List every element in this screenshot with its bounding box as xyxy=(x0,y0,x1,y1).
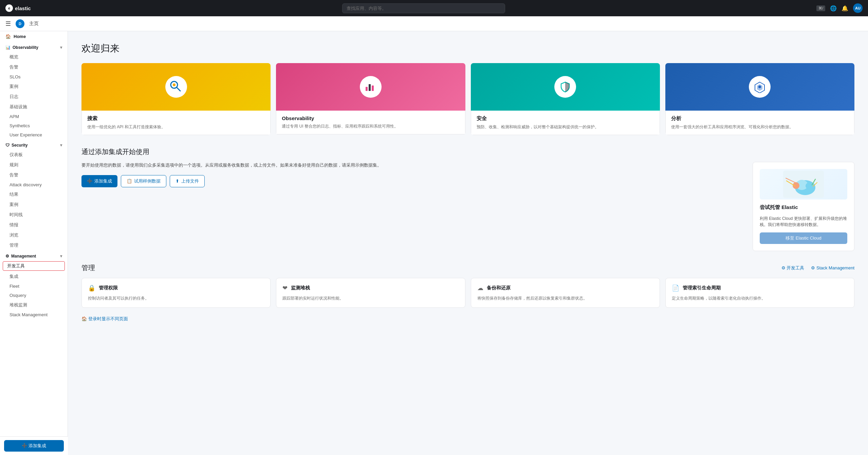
sidebar-item-slos[interactable]: SLOs xyxy=(0,72,68,81)
migrate-button[interactable]: 移至 Elastic Cloud xyxy=(760,232,847,244)
upload-file-button[interactable]: ⬆ 上传文件 xyxy=(170,175,205,187)
search-card-title: 搜索 xyxy=(87,115,265,122)
svg-rect-4 xyxy=(369,84,371,91)
user-avatar[interactable]: AU xyxy=(853,3,863,13)
sidebar-section-management[interactable]: ⚙ Management ▾ xyxy=(0,250,68,261)
sidebar-item-apm[interactable]: APM xyxy=(0,112,68,121)
sidebar-item-home[interactable]: 🏠 Home xyxy=(0,31,68,42)
analytics-card-body: 分析 使用一套强大的分析工具和应用程序浏览、可视化和分析您的数据。 xyxy=(665,111,854,135)
get-started-desc: 要开始使用您的数据，请使用我们众多采集选项中的一个选项。从应用或服务收集数据，或… xyxy=(81,162,746,169)
management-cards: 🔒 管理权限 控制访问者及其可以执行的任务。 ❤ 监测堆栈 跟踪部署的实时运行状… xyxy=(81,278,854,308)
breadcrumb-text: 主页 xyxy=(29,21,39,27)
sample-data-button[interactable]: 📋 试用样例数据 xyxy=(121,175,166,187)
nav-right: ⌘/ 🌐 🔔 AU xyxy=(816,3,863,13)
card-search[interactable]: 搜索 使用一组优化的 API 和工具打造搜索体验。 xyxy=(81,63,271,135)
cloud-card-title: 尝试托管 Elastic xyxy=(760,204,847,211)
sidebar-section-observability[interactable]: 📊 Observability ▾ xyxy=(0,42,68,52)
sidebar-item-overview[interactable]: 概览 xyxy=(0,52,68,62)
security-label: Security xyxy=(12,143,27,148)
hamburger-icon[interactable]: ☰ xyxy=(5,20,11,27)
card-security[interactable]: 安全 预防、收集、检测和响应威胁，以对整个基础架构提供统一的保护。 xyxy=(471,63,660,135)
mgmt-card-lifecycle[interactable]: 📄 管理索引生命周期 定义生命周期策略，以随着索引老化自动执行操作。 xyxy=(665,278,854,308)
mgmt-lifecycle-header: 📄 管理索引生命周期 xyxy=(672,284,848,292)
analytics-card-title: 分析 xyxy=(671,115,849,122)
management-section-title: 管理 xyxy=(81,263,95,272)
search-container xyxy=(342,3,505,13)
elastic-logo[interactable]: e elastic xyxy=(5,4,31,12)
sidebar-item-infrastructure[interactable]: 基础设施 xyxy=(0,102,68,112)
sidebar-item-stack-monitoring[interactable]: 堆栈监测 xyxy=(0,300,68,310)
get-started-title: 通过添加集成开始使用 xyxy=(81,147,854,156)
sidebar-item-synthetics[interactable]: Synthetics xyxy=(0,121,68,130)
main-content: 欢迎归来 搜索 使用一组优化的 API 和工具打造搜索体验。 xyxy=(68,31,868,455)
management-label: Management xyxy=(11,254,36,259)
search-input[interactable] xyxy=(342,3,505,13)
svg-point-8 xyxy=(758,86,761,88)
sidebar-item-logs[interactable]: 日志 xyxy=(0,92,68,102)
sidebar-item-cases-obs[interactable]: 案例 xyxy=(0,81,68,92)
management-header: 管理 ⚙ 开发工具 ⚙ Stack Management xyxy=(81,263,854,272)
obs-card-icon xyxy=(360,76,382,98)
card-analytics[interactable]: 分析 使用一套强大的分析工具和应用程序浏览、可视化和分析您的数据。 xyxy=(665,63,854,135)
sidebar-item-timeline[interactable]: 时间线 xyxy=(0,210,68,220)
home-label: Home xyxy=(14,34,26,39)
footer-link[interactable]: 🏠 登录时显示不同页面 xyxy=(81,316,854,322)
breadcrumb-bar: ☰ D 主页 xyxy=(0,16,868,31)
sidebar-item-devtools[interactable]: 开发工具 xyxy=(3,261,65,271)
management-links: ⚙ 开发工具 ⚙ Stack Management xyxy=(781,265,854,271)
analytics-card-icon xyxy=(749,76,771,98)
sidebar-item-manage[interactable]: 管理 xyxy=(0,240,68,250)
sidebar-item-findings[interactable]: 结果 xyxy=(0,189,68,200)
sidebar-item-integrations[interactable]: 集成 xyxy=(0,271,68,282)
sidebar-item-stack-management[interactable]: Stack Management xyxy=(0,310,68,319)
stack-management-link[interactable]: ⚙ Stack Management xyxy=(811,265,854,271)
mgmt-card-monitoring[interactable]: ❤ 监测堆栈 跟踪部署的实时运行状况和性能。 xyxy=(276,278,465,308)
sidebar-item-dashboard[interactable]: 仪表板 xyxy=(0,150,68,160)
shortcut-badge: ⌘/ xyxy=(816,5,825,11)
cloud-card-desc: 利用 Elastic Cloud 更快部署、扩展和升级您的堆栈。我们将帮助您快速… xyxy=(760,215,847,228)
sidebar-item-osquery[interactable]: Osquery xyxy=(0,291,68,300)
nav-left: e elastic xyxy=(5,4,31,12)
add-integration-cta[interactable]: ➕ 添加集成 xyxy=(81,175,117,187)
mgmt-card-permissions[interactable]: 🔒 管理权限 控制访问者及其可以执行的任务。 xyxy=(81,278,271,308)
elastic-cloud-card: 尝试托管 Elastic 利用 Elastic Cloud 更快部署、扩展和升级… xyxy=(753,162,854,251)
globe-icon[interactable]: 🌐 xyxy=(830,5,837,12)
lifecycle-icon: 📄 xyxy=(672,284,679,292)
svg-line-1 xyxy=(177,87,180,91)
bell-icon[interactable]: 🔔 xyxy=(842,5,848,12)
sidebar-item-rules[interactable]: 规则 xyxy=(0,160,68,170)
add-integration-button[interactable]: ➕ 添加集成 xyxy=(4,440,64,452)
backup-icon: ☁ xyxy=(477,284,483,292)
action-buttons: ➕ 添加集成 📋 试用样例数据 ⬆ 上传文件 xyxy=(81,175,746,187)
sidebar-item-explore[interactable]: 浏览 xyxy=(0,230,68,240)
sidebar-item-cases-sec[interactable]: 案例 xyxy=(0,200,68,210)
monitoring-desc: 跟踪部署的实时运行状况和性能。 xyxy=(282,295,459,301)
security-section-icon: 🛡 xyxy=(5,143,10,148)
sidebar-section-security[interactable]: 🛡 Security ▾ xyxy=(0,139,68,150)
obs-card-body: Observability 通过专用 UI 整合您的日志、指标、应用程序跟踪和系… xyxy=(276,111,465,134)
welcome-title: 欢迎归来 xyxy=(81,42,854,55)
sidebar-item-intelligence[interactable]: 情报 xyxy=(0,220,68,230)
sidebar-item-alerts-sec[interactable]: 告警 xyxy=(0,170,68,180)
management-items: 开发工具 集成 Fleet Osquery 堆栈监测 Stack Managem… xyxy=(0,261,68,319)
monitoring-title: 监测堆栈 xyxy=(291,285,310,291)
backup-title: 备份和还原 xyxy=(487,285,511,291)
mgmt-card-backup[interactable]: ☁ 备份和还原 将快照保存到备份存储库，然后还原以恢复索引和集群状态。 xyxy=(471,278,660,308)
observability-chevron: ▾ xyxy=(60,45,62,50)
home-icon: 🏠 xyxy=(5,34,11,39)
devtools-link[interactable]: ⚙ 开发工具 xyxy=(781,265,805,271)
mgmt-monitoring-header: ❤ 监测堆栈 xyxy=(282,284,459,292)
management-section-icon: ⚙ xyxy=(5,254,9,259)
top-navigation: e elastic ⌘/ 🌐 🔔 AU xyxy=(0,0,868,16)
sidebar-item-attack-discovery[interactable]: Attack discovery xyxy=(0,180,68,189)
cloud-illustration xyxy=(760,169,847,200)
sidebar-item-alerts-obs[interactable]: 告警 xyxy=(0,62,68,72)
logo-icon: e xyxy=(5,4,13,12)
sidebar-item-fleet[interactable]: Fleet xyxy=(0,282,68,291)
sec-card-body: 安全 预防、收集、检测和响应威胁，以对整个基础架构提供统一的保护。 xyxy=(471,111,660,135)
logo-text: elastic xyxy=(15,5,31,11)
card-observability[interactable]: Observability 通过专用 UI 整合您的日志、指标、应用程序跟踪和系… xyxy=(276,63,465,135)
analytics-card-desc: 使用一套强大的分析工具和应用程序浏览、可视化和分析您的数据。 xyxy=(671,124,849,130)
get-started-container: 要开始使用您的数据，请使用我们众多采集选项中的一个选项。从应用或服务收集数据，或… xyxy=(81,162,854,251)
sidebar-item-user-experience[interactable]: User Experience xyxy=(0,130,68,139)
